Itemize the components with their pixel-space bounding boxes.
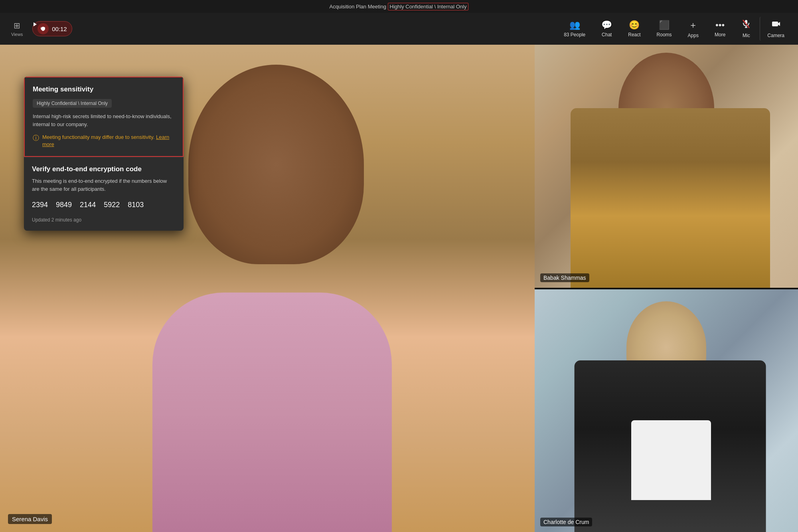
- right-videos-panel: Babak Shammas Charlotte de Crum: [535, 45, 798, 532]
- sensitivity-description: Internal high-risk secrets limited to ne…: [33, 113, 175, 128]
- charlotte-name: Charlotte de Crum: [540, 518, 592, 526]
- code-3: 2144: [80, 201, 96, 209]
- svg-marker-5: [778, 22, 780, 26]
- sensitivity-section: Meeting sensitivity Highly Confidential …: [24, 77, 184, 157]
- sensitivity-badge: Highly Confidential \ Internal Only: [33, 99, 112, 108]
- chat-button[interactable]: 💬 Chat: [594, 18, 619, 40]
- code-4: 5922: [104, 201, 120, 209]
- toolbar: ⊞ Views 🛡 00:12 👥 83 People 💬 Chat 😊 Rea…: [0, 13, 798, 45]
- sensitivity-title-badge: Highly Confidential \ Internal Only: [388, 3, 469, 10]
- rooms-label: Rooms: [657, 32, 672, 38]
- views-icon: ⊞: [14, 21, 20, 30]
- charlotte-video: Charlotte de Crum: [535, 289, 798, 532]
- sensitivity-popup: Meeting sensitivity Highly Confidential …: [24, 77, 184, 231]
- main-participant-name: Serena Davis: [8, 514, 52, 524]
- chat-icon: 💬: [601, 20, 612, 30]
- encryption-section-title: Verify end-to-end encryption code: [32, 165, 176, 173]
- more-button[interactable]: ••• More: [707, 18, 733, 40]
- mic-label: Mic: [743, 33, 750, 38]
- people-icon: 👥: [569, 20, 580, 30]
- people-button[interactable]: 👥 83 People: [557, 18, 593, 40]
- recording-indicator[interactable]: 🛡 00:12: [32, 21, 72, 36]
- encryption-codes: 2394 9849 2144 5922 8103: [32, 201, 176, 209]
- shield-icon: 🛡: [40, 26, 46, 32]
- react-icon: 😊: [629, 20, 640, 30]
- main-content: Serena Davis Babak Shammas Charlotte de …: [0, 45, 798, 532]
- people-label: 83 People: [564, 32, 585, 38]
- rooms-button[interactable]: ⬛ Rooms: [650, 18, 679, 40]
- meeting-timer: 00:12: [52, 26, 67, 32]
- code-5: 8103: [128, 201, 144, 209]
- react-button[interactable]: 😊 React: [621, 18, 648, 40]
- rooms-icon: ⬛: [659, 20, 670, 30]
- titlebar: Acquisition Plan Meeting Highly Confiden…: [0, 0, 798, 13]
- warning-text: Meeting functionality may differ due to …: [42, 134, 175, 148]
- camera-button[interactable]: Camera: [760, 17, 792, 41]
- encryption-description: This meeting is end-to-end encrypted if …: [32, 177, 176, 193]
- warning-row: ⓘ Meeting functionality may differ due t…: [33, 134, 175, 148]
- apps-button[interactable]: ＋ Apps: [681, 17, 706, 41]
- camera-icon: [771, 19, 781, 31]
- code-1: 2394: [32, 201, 48, 209]
- babak-video: Babak Shammas: [535, 45, 798, 288]
- svg-rect-4: [772, 22, 778, 26]
- warning-icon: ⓘ: [33, 134, 39, 142]
- sensitivity-section-title: Meeting sensitivity: [33, 85, 175, 93]
- more-label: More: [715, 32, 725, 38]
- meeting-title: Acquisition Plan Meeting: [330, 4, 386, 10]
- updated-timestamp: Updated 2 minutes ago: [32, 217, 176, 223]
- babak-name: Babak Shammas: [540, 273, 589, 282]
- code-2: 9849: [56, 201, 72, 209]
- toolbar-right: 👥 83 People 💬 Chat 😊 React ⬛ Rooms ＋ App…: [557, 17, 792, 41]
- chat-label: Chat: [602, 32, 612, 38]
- react-label: React: [628, 32, 640, 38]
- camera-label: Camera: [767, 33, 784, 38]
- apps-label: Apps: [688, 33, 699, 38]
- mic-button[interactable]: Mic: [734, 17, 758, 41]
- recording-icon: 🛡: [38, 23, 49, 34]
- encryption-section: Verify end-to-end encryption code This m…: [24, 157, 184, 231]
- apps-icon: ＋: [689, 19, 697, 31]
- views-label: Views: [11, 32, 23, 37]
- more-icon: •••: [715, 20, 725, 30]
- views-button[interactable]: ⊞ Views: [6, 18, 28, 39]
- mic-icon: [741, 19, 751, 31]
